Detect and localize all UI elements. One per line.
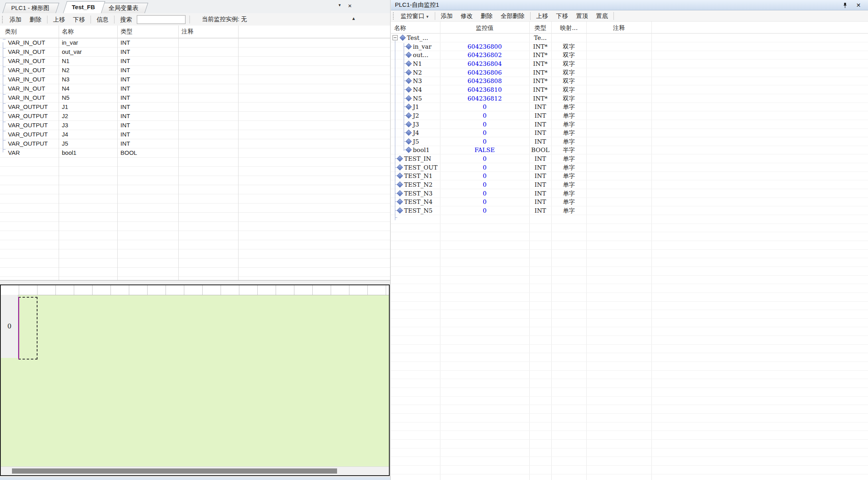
watch-value-cell: 0 <box>440 198 529 205</box>
ladder-selected-cell[interactable] <box>18 297 37 360</box>
column-divider[interactable] <box>178 26 179 280</box>
empty-watch-row <box>391 215 868 224</box>
delete-variable-button[interactable]: 删除 <box>26 15 45 24</box>
watch-name-cell: bool1 <box>413 146 430 154</box>
watch-row-item[interactable]: N5604236812INT*双字 <box>391 94 868 103</box>
tab-plc1-ladder[interactable]: PLC1 - 梯形图 <box>2 3 56 13</box>
tab-close-icon[interactable]: ✕ <box>348 3 352 9</box>
var-type-cell: BOOL <box>120 149 137 156</box>
ladder-canvas[interactable] <box>1 295 389 466</box>
empty-watch-row <box>391 284 868 293</box>
watch-row-item[interactable]: J30INT单字 <box>391 120 868 129</box>
watch-row-item[interactable]: in_var604236800INT*双字 <box>391 42 868 51</box>
header-comment[interactable]: 注释 <box>181 28 193 36</box>
watch-row-item[interactable]: Test_...Te... <box>391 34 868 42</box>
add-watch-button[interactable]: 添加 <box>437 11 457 21</box>
variable-table: 类别 名称 类型 注释 VAR_IN_OUTin_varINTVAR_IN_OU… <box>0 26 390 280</box>
header-mapping[interactable]: 映射... <box>551 24 586 32</box>
tree-tick-icon <box>3 113 6 113</box>
horizontal-scrollbar[interactable] <box>1 466 389 475</box>
tab-test-fb[interactable]: Test_FB <box>63 1 101 13</box>
empty-watch-row <box>391 275 868 284</box>
header-type[interactable]: 类型 <box>120 28 132 36</box>
chevron-down-icon: ▼ <box>426 15 429 19</box>
watch-value-cell: 0 <box>440 164 529 171</box>
variable-diamond-icon <box>406 130 412 136</box>
header-name[interactable]: 名称 <box>394 24 406 32</box>
search-label[interactable]: 搜索 <box>116 15 136 24</box>
delete-watch-button[interactable]: 删除 <box>477 11 497 21</box>
tree-tick-icon <box>3 57 6 58</box>
watch-row-item[interactable]: TEST_IN0INT单字 <box>391 154 868 163</box>
tab-list-dropdown-icon[interactable]: ▼ <box>338 3 341 9</box>
var-category-cell: VAR_IN_OUT <box>8 85 45 92</box>
delete-all-button[interactable]: 全部删除 <box>497 11 529 21</box>
watch-row-item[interactable]: TEST_N30INT单字 <box>391 189 868 198</box>
watch-row-item[interactable]: J50INT单字 <box>391 137 868 146</box>
modify-watch-button[interactable]: 修改 <box>457 11 477 21</box>
var-category-cell: VAR_OUTPUT <box>8 140 48 147</box>
watch-mapping-cell: 单字 <box>551 181 586 189</box>
tree-tick-icon <box>3 122 6 122</box>
watch-row-item[interactable]: N2604236806INT*双字 <box>391 68 868 77</box>
watch-row-item[interactable]: J10INT单字 <box>391 103 868 111</box>
move-down-button[interactable]: 下移 <box>552 11 572 21</box>
watch-row-item[interactable]: TEST_N10INT单字 <box>391 172 868 180</box>
watch-row-item[interactable]: TEST_N20INT单字 <box>391 180 868 189</box>
empty-watch-row <box>391 362 868 371</box>
watch-name-cell: N4 <box>413 86 422 93</box>
watch-row-item[interactable]: bool1FALSEBOOL半字 <box>391 146 868 154</box>
info-button[interactable]: 信息 <box>93 15 112 24</box>
watch-name-cell: TEST_N2 <box>404 181 432 188</box>
monitor-window-menu-button[interactable]: 监控窗口▼ <box>397 11 433 21</box>
watch-type-cell: INT <box>529 190 551 197</box>
toolbar-separator <box>47 16 47 24</box>
watch-row-item[interactable]: TEST_OUT0INT单字 <box>391 163 868 172</box>
tabstrip-controls: ▼ ✕ <box>338 3 352 9</box>
watch-row-item[interactable]: J40INT单字 <box>391 128 868 137</box>
column-divider[interactable] <box>238 26 239 280</box>
watch-row-item[interactable]: N1604236804INT*双字 <box>391 59 868 68</box>
watch-row-item[interactable]: J20INT单字 <box>391 111 868 120</box>
watch-panel-title: PLC1-自由监控1 <box>395 1 439 9</box>
header-comment[interactable]: 注释 <box>586 24 651 32</box>
watch-panel-controls: ✕ <box>843 2 861 8</box>
search-input[interactable] <box>137 15 185 24</box>
watch-row-item[interactable]: out...604236802INT*双字 <box>391 51 868 59</box>
var-category-cell: VAR_IN_OUT <box>8 57 45 64</box>
move-up-button[interactable]: 上移 <box>532 11 552 21</box>
watch-row-item[interactable]: TEST_N40INT单字 <box>391 198 868 206</box>
empty-watch-row <box>391 327 868 336</box>
empty-watch-row <box>391 457 868 466</box>
scrollbar-thumb[interactable] <box>12 468 337 474</box>
pin-icon[interactable] <box>843 2 847 8</box>
header-category[interactable]: 类别 <box>5 28 17 36</box>
tab-global-vars[interactable]: 全局变量表 <box>100 3 145 13</box>
watch-mapping-cell: 单字 <box>551 164 586 172</box>
add-variable-button[interactable]: 添加 <box>6 15 26 24</box>
watch-row-item[interactable]: N4604236810INT*双字 <box>391 85 868 94</box>
header-name[interactable]: 名称 <box>62 28 74 36</box>
column-divider[interactable] <box>59 26 59 280</box>
header-watch-value[interactable]: 监控值 <box>440 24 529 32</box>
close-icon[interactable]: ✕ <box>856 2 861 8</box>
watch-type-cell: INT* <box>529 95 551 102</box>
watch-row-item[interactable]: N3604236808INT*双字 <box>391 77 868 85</box>
column-divider[interactable] <box>117 26 118 280</box>
watch-row-item[interactable]: TEST_N50INT单字 <box>391 206 868 215</box>
tab-label: 全局变量表 <box>100 3 145 13</box>
collapse-panel-icon[interactable]: ▲ <box>351 16 356 21</box>
document-tabstrip: PLC1 - 梯形图 Test_FB 全局变量表 ▼ ✕ <box>0 0 390 13</box>
bottom-edge-strip <box>0 477 390 480</box>
move-down-button[interactable]: 下移 <box>69 15 89 24</box>
tree-expander-collapse-icon[interactable] <box>393 35 398 40</box>
move-bottom-button[interactable]: 置底 <box>592 11 612 21</box>
ladder-rung-number[interactable]: 0 <box>1 295 18 358</box>
move-top-button[interactable]: 置顶 <box>572 11 592 21</box>
tree-tick-icon <box>3 48 6 49</box>
toolbar-separator <box>435 12 435 20</box>
ladder-editor: 0 <box>0 284 390 476</box>
toolbar-grip-icon <box>393 12 394 20</box>
header-type[interactable]: 类型 <box>529 24 551 32</box>
move-up-button[interactable]: 上移 <box>49 15 69 24</box>
